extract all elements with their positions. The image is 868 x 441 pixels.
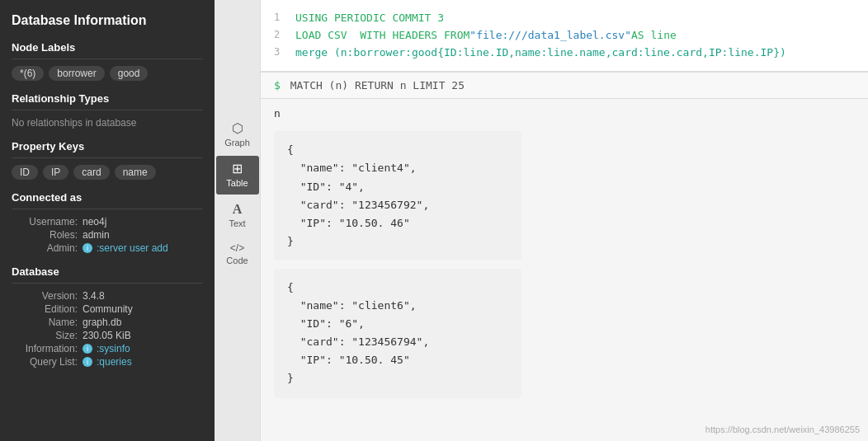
main-area: ⬡ Graph ⊞ Table A Text </> Code 1 USING … (215, 0, 868, 441)
queries-row: Query List: i :queries (12, 356, 203, 368)
sidebar-title: Database Information (12, 13, 203, 28)
table-icon: ⊞ (232, 162, 243, 176)
version-label: Version: (12, 290, 78, 302)
db-name-label: Name: (12, 317, 78, 328)
property-keys-list: ID IP card name (12, 165, 203, 180)
size-value: 230.05 KiB (83, 330, 131, 341)
node-labels-title: Node Labels (12, 41, 203, 54)
tab-text[interactable]: A Text (216, 196, 259, 235)
admin-row: Admin: i :server user add (12, 242, 203, 254)
tab-graph[interactable]: ⬡ Graph (216, 115, 259, 154)
roles-label: Roles: (12, 229, 78, 241)
code-label: Code (226, 256, 248, 265)
username-value: neo4j (83, 216, 106, 228)
database-title: Database (12, 265, 203, 278)
node-labels-list: *(6) borrower good (12, 66, 203, 81)
tag-ip[interactable]: IP (43, 165, 68, 180)
connected-as-title: Connected as (12, 191, 203, 204)
code-line-2: 2 LOAD CSV WITH HEADERS FROM "file:///da… (274, 27, 855, 45)
db-name-value: graph.db (83, 317, 121, 328)
code-icon: </> (230, 243, 244, 253)
queries-link[interactable]: i :queries (83, 356, 132, 368)
watermark: https://blog.csdn.net/weixin_43986255 (705, 425, 860, 434)
admin-circle-icon: i (83, 243, 92, 253)
roles-value: admin (83, 229, 110, 241)
queries-circle-icon: i (83, 357, 92, 367)
sysinfo-link[interactable]: i :sysinfo (83, 343, 130, 354)
result-card-1: { "name": "client4", "ID": "4", "card": … (274, 131, 521, 260)
view-tabs: ⬡ Graph ⊞ Table A Text </> Code (215, 0, 261, 441)
tag-name[interactable]: name (115, 165, 156, 180)
query-bar: $ MATCH (n) RETURN n LIMIT 25 (261, 73, 868, 99)
cypher-code-block: 1 USING PERIODIC COMMIT 3 2 LOAD CSV WIT… (261, 0, 868, 73)
text-label: Text (229, 218, 245, 228)
tag-id[interactable]: ID (12, 165, 38, 180)
version-value: 3.4.8 (83, 290, 105, 302)
result-card-2: { "name": "client6", "ID": "6", "card": … (274, 269, 521, 398)
information-label: Information: (12, 343, 78, 354)
db-name-row: Name: graph.db (12, 317, 203, 328)
username-row: Username: neo4j (12, 216, 203, 228)
query-prompt: $ (274, 79, 281, 91)
code-line-3: 3 merge (n:borrower:good{ID:line.ID,name… (274, 45, 855, 62)
relationship-types-title: Relationship Types (12, 92, 203, 105)
text-icon: A (233, 203, 243, 216)
information-row: Information: i :sysinfo (12, 343, 203, 354)
sidebar: Database Information Node Labels *(6) bo… (0, 0, 215, 441)
edition-value: Community (83, 303, 133, 315)
query-text: MATCH (n) RETURN n LIMIT 25 (290, 79, 465, 91)
queries-label: Query List: (12, 356, 78, 368)
code-line-1: 1 USING PERIODIC COMMIT 3 (274, 10, 855, 27)
content-area: 1 USING PERIODIC COMMIT 3 2 LOAD CSV WIT… (261, 0, 868, 441)
tag-card[interactable]: card (73, 165, 109, 180)
edition-row: Edition: Community (12, 303, 203, 315)
size-row: Size: 230.05 KiB (12, 330, 203, 341)
property-keys-title: Property Keys (12, 140, 203, 152)
tag-borrower[interactable]: borrower (49, 66, 104, 81)
size-label: Size: (12, 330, 78, 341)
admin-label: Admin: (12, 242, 78, 254)
admin-link[interactable]: i :server user add (83, 242, 168, 254)
edition-label: Edition: (12, 303, 78, 315)
tab-code[interactable]: </> Code (216, 237, 259, 272)
tab-table[interactable]: ⊞ Table (216, 156, 259, 195)
graph-label: Graph (224, 138, 250, 148)
graph-icon: ⬡ (232, 122, 243, 135)
no-relationships-text: No relationships in database (12, 117, 203, 129)
result-column-header: n (274, 107, 855, 120)
username-label: Username: (12, 216, 78, 228)
table-label: Table (226, 178, 248, 188)
tag-all[interactable]: *(6) (12, 66, 44, 81)
tag-good[interactable]: good (110, 66, 149, 81)
roles-row: Roles: admin (12, 229, 203, 241)
sysinfo-circle-icon: i (83, 344, 92, 354)
results-area: n { "name": "client4", "ID": "4", "card"… (261, 99, 868, 441)
version-row: Version: 3.4.8 (12, 290, 203, 302)
